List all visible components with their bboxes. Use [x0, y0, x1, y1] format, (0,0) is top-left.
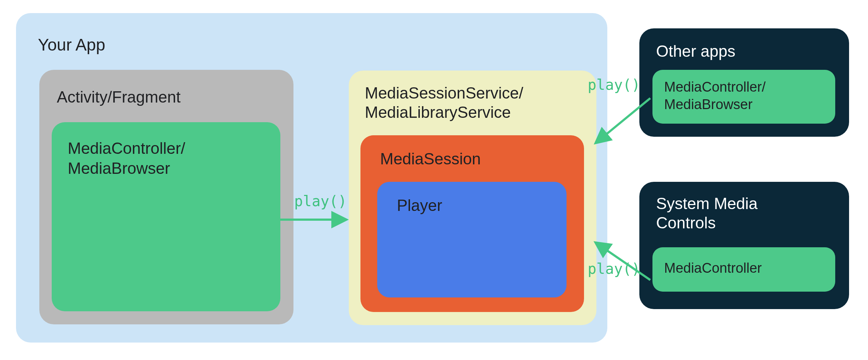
player-box: Player [377, 182, 567, 297]
activity-media-controller-browser-label: MediaController/MediaBrowser [68, 138, 185, 178]
other-apps-controller-browser-box: MediaController/MediaBrowser [652, 70, 835, 124]
player-title: Player [397, 196, 442, 215]
other-apps-title: Other apps [656, 42, 735, 60]
activity-fragment-title: Activity/Fragment [57, 88, 181, 106]
media-session-service-box: MediaSessionService/MediaLibraryService … [349, 71, 596, 325]
other-apps-controller-browser-label: MediaController/MediaBrowser [664, 79, 766, 113]
play-call-internal-label: play() [294, 193, 347, 209]
activity-media-controller-browser-box: MediaController/MediaBrowser [52, 122, 280, 311]
activity-fragment-box: Activity/Fragment MediaController/MediaB… [39, 70, 293, 324]
system-media-controls-title: System MediaControls [656, 194, 758, 233]
system-media-controls-card: System MediaControls MediaController [639, 182, 849, 309]
media-session-title: MediaSession [380, 150, 481, 168]
media-session-box: MediaSession Player [360, 135, 584, 312]
your-app-title: Your App [38, 35, 105, 55]
play-call-other-apps-label: play() [588, 76, 640, 93]
your-app-container: Your App Activity/Fragment MediaControll… [16, 13, 607, 343]
other-apps-card: Other apps MediaController/MediaBrowser [639, 28, 849, 137]
play-call-smc-label: play() [588, 260, 640, 277]
system-media-controls-controller-label: MediaController [664, 260, 762, 276]
media-session-service-title: MediaSessionService/MediaLibraryService [365, 84, 523, 122]
system-media-controls-controller-box: MediaController [652, 247, 835, 292]
